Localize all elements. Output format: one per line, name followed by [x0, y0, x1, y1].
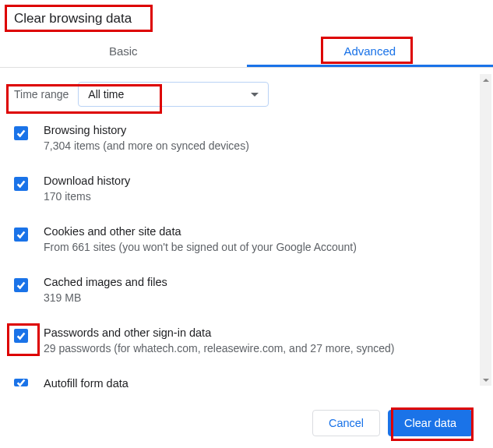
list-item: Cookies and other site data From 661 sit… — [14, 225, 479, 253]
dialog-footer: Cancel Clear data — [0, 397, 493, 448]
item-sub: 29 passwords (for whatech.com, releasewi… — [44, 342, 395, 355]
item-title: Cookies and other site data — [44, 225, 357, 238]
time-range-label: Time range — [14, 88, 69, 101]
chevron-down-icon — [251, 93, 259, 97]
time-range-select[interactable]: All time — [78, 82, 269, 107]
cancel-button[interactable]: Cancel — [312, 410, 380, 436]
checkbox-cached[interactable] — [14, 278, 28, 292]
checkbox-browsing-history[interactable] — [14, 126, 28, 140]
item-title: Download history — [44, 175, 130, 187]
item-sub: 7,304 items (and more on synced devices) — [44, 139, 249, 152]
item-title: Passwords and other sign-in data — [44, 326, 395, 339]
list-item: Cached images and files 319 MB — [14, 276, 479, 304]
item-sub: From 661 sites (you won't be signed out … — [44, 241, 357, 253]
scrollbar[interactable] — [480, 74, 491, 386]
item-sub: 319 MB — [44, 291, 167, 304]
list-item: Passwords and other sign-in data 29 pass… — [14, 326, 479, 355]
dialog-title: Clear browsing data — [0, 0, 493, 36]
checkbox-download-history[interactable] — [14, 177, 28, 191]
checkbox-cookies[interactable] — [14, 228, 28, 242]
content-area: Time range All time Browsing history 7,3… — [0, 68, 493, 387]
item-title: Cached images and files — [44, 276, 167, 288]
item-title: Browsing history — [44, 124, 249, 136]
tab-basic[interactable]: Basic — [0, 36, 247, 67]
tabs: Basic Advanced — [0, 36, 493, 67]
clear-data-button[interactable]: Clear data — [388, 410, 473, 436]
checkbox-passwords[interactable] — [14, 329, 28, 343]
item-title: Autofill form data — [44, 377, 129, 387]
scroll-down-icon[interactable] — [480, 374, 491, 386]
tab-advanced[interactable]: Advanced — [247, 36, 494, 67]
time-range-value: All time — [88, 88, 124, 101]
list-item: Autofill form data — [14, 377, 479, 387]
scroll-up-icon[interactable] — [480, 74, 491, 86]
checkbox-autofill[interactable] — [14, 379, 28, 386]
item-sub: 170 items — [44, 190, 130, 203]
list-item: Download history 170 items — [14, 175, 479, 203]
options-list: Browsing history 7,304 items (and more o… — [14, 124, 479, 387]
list-item: Browsing history 7,304 items (and more o… — [14, 124, 479, 152]
